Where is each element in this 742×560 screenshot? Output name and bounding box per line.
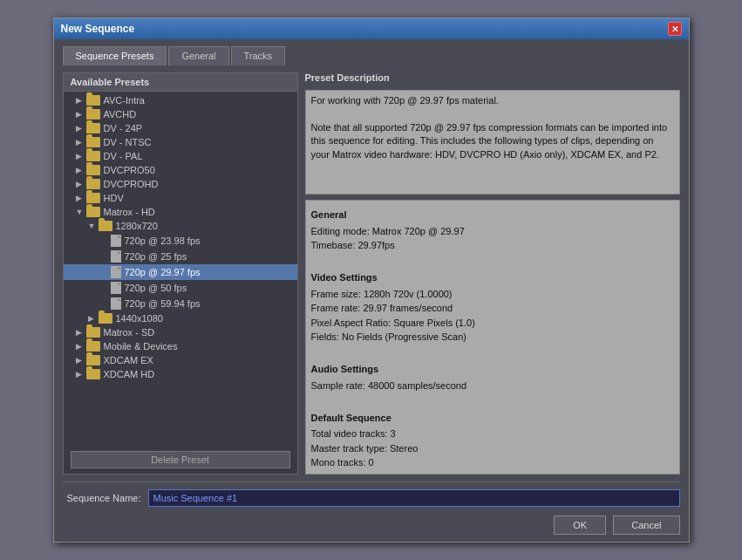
- sample-rate: Sample rate: 48000 samples/second: [311, 379, 674, 393]
- label-dv-ntsc: DV - NTSC: [104, 137, 152, 147]
- arrow-mobile: ▶: [76, 342, 86, 351]
- right-panel: Preset Description For working with 720p…: [305, 72, 680, 475]
- folder-icon-dv-24p: [86, 123, 100, 133]
- tree-item-dv-24p[interactable]: ▶ DV - 24P: [64, 121, 297, 135]
- tab-sequence-presets[interactable]: Sequence Presets: [63, 46, 167, 65]
- folder-icon-xdcam-hd: [86, 369, 100, 379]
- sequence-name-input[interactable]: [148, 489, 680, 507]
- timebase: Timebase: 29.97fps: [311, 238, 674, 253]
- tab-tracks[interactable]: Tracks: [231, 46, 286, 65]
- folder-icon-1280x720: [99, 221, 112, 231]
- tree-item-720p-23[interactable]: ▶ 720p @ 23.98 fps: [64, 233, 297, 249]
- video-tracks: Total video tracks: 3: [311, 427, 674, 441]
- title-bar: New Sequence ✕: [54, 18, 689, 39]
- pixel-aspect: Pixel Aspect Ratio: Square Pixels (1.0): [311, 316, 674, 331]
- file-icon-720p-59: [111, 297, 121, 310]
- label-720p-23: 720p @ 23.98 fps: [125, 236, 201, 246]
- button-row: OK Cancel: [63, 516, 680, 535]
- arrow-avc-intra: ▶: [76, 96, 86, 105]
- arrow-1440x1080: ▶: [88, 314, 99, 323]
- tree-item-720p-50[interactable]: ▶ 720p @ 50 fps: [64, 280, 297, 296]
- arrow-dv-24p: ▶: [76, 124, 86, 133]
- label-dv-pal: DV - PAL: [104, 151, 143, 161]
- delete-preset-button[interactable]: Delete Preset: [71, 451, 290, 468]
- description-content: For working with 720p @ 29.97 fps materi…: [311, 95, 671, 160]
- tree-item-matrox-sd[interactable]: ▶ Matrox - SD: [64, 325, 297, 339]
- folder-icon-xdcam-ex: [86, 355, 100, 365]
- preset-details-box: General Editing mode: Matrox 720p @ 29.9…: [305, 200, 680, 475]
- main-content: Available Presets ▶ AVC-Intra ▶ AVCHD: [63, 72, 680, 475]
- cancel-button[interactable]: Cancel: [613, 516, 679, 535]
- arrow-dvcprohd: ▶: [76, 180, 86, 188]
- tab-general[interactable]: General: [168, 46, 228, 65]
- dialog-title: New Sequence: [61, 23, 135, 35]
- presets-tree[interactable]: ▶ AVC-Intra ▶ AVCHD ▶ DV - 24P: [64, 92, 297, 446]
- left-panel: Available Presets ▶ AVC-Intra ▶ AVCHD: [63, 72, 298, 475]
- label-dvcpro50: DVCPRO50: [104, 165, 155, 175]
- file-icon-720p-29: [111, 266, 121, 278]
- video-settings-title: Video Settings: [311, 270, 674, 285]
- folder-icon-avchd: [86, 109, 100, 120]
- general-title: General: [311, 208, 674, 222]
- arrow-dvcpro50: ▶: [76, 166, 86, 174]
- fields: Fields: No Fields (Progressive Scan): [311, 330, 674, 345]
- tree-item-1280x720[interactable]: ▼ 1280x720: [64, 219, 297, 233]
- arrow-dv-pal: ▶: [76, 152, 86, 160]
- frame-rate: Frame rate: 29.97 frames/second: [311, 301, 674, 316]
- arrow-matrox-hd: ▼: [76, 208, 86, 216]
- dialog-body: Sequence Presets General Tracks Availabl…: [54, 39, 689, 542]
- label-dv-24p: DV - 24P: [104, 123, 143, 133]
- tree-item-xdcam-ex[interactable]: ▶ XDCAM EX: [64, 353, 297, 367]
- tree-item-hdv[interactable]: ▶ HDV: [64, 191, 297, 205]
- preset-description-label: Preset Description: [305, 72, 680, 83]
- folder-icon-dvcprohd: [86, 179, 100, 189]
- label-720p-50: 720p @ 50 fps: [125, 283, 187, 293]
- folder-icon-matrox-sd: [86, 327, 100, 338]
- folder-icon-dv-pal: [86, 151, 100, 161]
- editing-mode: Editing mode: Matrox 720p @ 29.97: [311, 224, 674, 239]
- folder-icon-avc-intra: [86, 95, 100, 106]
- tree-item-720p-25[interactable]: ▶ 720p @ 25 fps: [64, 249, 297, 264]
- label-1280x720: 1280x720: [116, 221, 158, 231]
- arrow-hdv: ▶: [76, 194, 86, 202]
- folder-icon-mobile: [86, 341, 100, 352]
- label-dvcprohd: DVCPROHD: [104, 179, 159, 189]
- folder-icon-1440x1080: [99, 313, 112, 324]
- tree-item-dv-ntsc[interactable]: ▶ DV - NTSC: [64, 135, 297, 149]
- arrow-xdcam-hd: ▶: [76, 370, 86, 379]
- mono-tracks: Mono tracks: 0: [311, 455, 674, 470]
- label-720p-59: 720p @ 59.94 fps: [125, 298, 201, 309]
- master-track: Master track type: Stereo: [311, 441, 674, 456]
- bottom-section: Sequence Name: OK Cancel: [63, 481, 680, 535]
- available-presets-header: Available Presets: [64, 73, 297, 92]
- label-matrox-hd: Matrox - HD: [104, 207, 155, 217]
- label-720p-25: 720p @ 25 fps: [125, 251, 187, 262]
- file-icon-720p-50: [111, 282, 121, 294]
- tab-bar: Sequence Presets General Tracks: [63, 46, 680, 65]
- folder-icon-dvcpro50: [86, 165, 100, 175]
- tree-item-1440x1080[interactable]: ▶ 1440x1080: [64, 311, 297, 325]
- label-xdcam-hd: XDCAM HD: [104, 369, 155, 379]
- ok-button[interactable]: OK: [554, 516, 606, 535]
- tree-item-xdcam-hd[interactable]: ▶ XDCAM HD: [64, 367, 297, 381]
- tree-item-avchd[interactable]: ▶ AVCHD: [64, 107, 297, 121]
- new-sequence-dialog: New Sequence ✕ Sequence Presets General …: [53, 17, 690, 543]
- tree-item-matrox-hd[interactable]: ▼ Matrox - HD: [64, 205, 297, 219]
- sequence-name-label: Sequence Name:: [63, 493, 141, 503]
- label-avc-intra: AVC-Intra: [104, 95, 145, 106]
- tree-item-dv-pal[interactable]: ▶ DV - PAL: [64, 149, 297, 163]
- audio-settings-title: Audio Settings: [311, 362, 674, 377]
- arrow-1280x720: ▼: [88, 222, 99, 230]
- label-hdv: HDV: [104, 193, 124, 203]
- label-mobile: Mobile & Devices: [104, 341, 178, 352]
- tree-item-dvcprohd[interactable]: ▶ DVCPROHD: [64, 177, 297, 191]
- folder-icon-dv-ntsc: [86, 137, 100, 147]
- folder-icon-matrox-hd: [86, 207, 100, 217]
- tree-item-avc-intra[interactable]: ▶ AVC-Intra: [64, 93, 297, 107]
- tree-item-dvcpro50[interactable]: ▶ DVCPRO50: [64, 163, 297, 177]
- arrow-dv-ntsc: ▶: [76, 138, 86, 147]
- tree-item-mobile[interactable]: ▶ Mobile & Devices: [64, 339, 297, 353]
- close-button[interactable]: ✕: [668, 22, 682, 36]
- tree-item-720p-59[interactable]: ▶ 720p @ 59.94 fps: [64, 296, 297, 311]
- tree-item-720p-29[interactable]: ▶ 720p @ 29.97 fps: [64, 264, 297, 280]
